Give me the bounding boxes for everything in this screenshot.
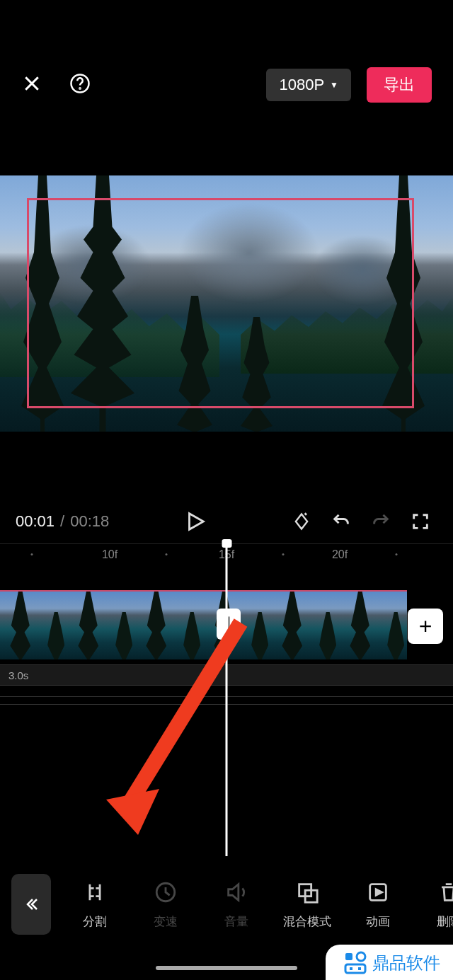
add-clip-button[interactable]: + [408, 609, 443, 644]
playhead[interactable] [226, 543, 228, 856]
redo-icon[interactable] [364, 505, 398, 538]
tool-label: 混合模式 [283, 913, 331, 930]
home-indicator [156, 966, 297, 970]
svg-rect-9 [345, 964, 365, 973]
tool-delete[interactable]: 删除 [413, 878, 453, 930]
tool-volume[interactable]: 音量 [201, 878, 272, 930]
dropdown-icon: ▼ [330, 80, 338, 90]
current-time: 00:01 [16, 512, 55, 531]
track-duration: 3.0s [8, 669, 28, 681]
undo-icon[interactable] [324, 505, 358, 538]
time-separator: / [60, 512, 64, 531]
svg-rect-7 [345, 953, 352, 960]
toolbar-back-button[interactable] [11, 874, 51, 935]
ruler-mark: 20f [332, 548, 348, 561]
ruler-mark: 10f [102, 548, 117, 561]
speed-icon [151, 878, 180, 906]
tool-label: 变速 [154, 913, 178, 930]
transition-button[interactable] [217, 609, 241, 640]
total-time: 00:18 [70, 512, 109, 531]
delete-icon [435, 878, 453, 906]
help-icon[interactable] [69, 73, 91, 97]
top-bar: 1080P ▼ 导出 [0, 67, 453, 103]
tool-speed[interactable]: 变速 [130, 878, 201, 930]
tool-label: 删除 [437, 913, 453, 930]
svg-rect-10 [350, 967, 352, 970]
tool-split[interactable]: 分割 [59, 878, 130, 930]
clip-track[interactable] [0, 590, 407, 659]
clip-thumbnail [136, 592, 204, 659]
svg-point-8 [357, 952, 365, 961]
keyframe-icon[interactable] [285, 505, 319, 538]
clip-thumbnail [340, 592, 407, 659]
tool-blend[interactable]: 混合模式 [272, 878, 343, 930]
video-preview[interactable] [0, 175, 453, 432]
tool-label: 分割 [83, 913, 107, 930]
anim-icon [364, 878, 392, 906]
blend-icon [293, 878, 321, 906]
volume-icon [222, 878, 251, 906]
fullscreen-icon[interactable] [403, 505, 437, 538]
tool-label: 音量 [224, 913, 248, 930]
svg-rect-11 [358, 967, 361, 970]
split-icon [81, 878, 109, 906]
clip-thumbnail [68, 592, 136, 659]
playback-bar: 00:01 / 00:18 [0, 504, 453, 539]
tool-label: 动画 [366, 913, 390, 930]
resolution-label: 1080P [279, 76, 324, 94]
bottom-toolbar: 分割变速音量混合模式动画删除 [0, 867, 453, 941]
export-button[interactable]: 导出 [367, 67, 432, 103]
watermark: 鼎品软件 [326, 945, 453, 980]
close-icon[interactable] [21, 73, 42, 97]
play-icon[interactable] [178, 505, 212, 538]
clip-thumbnail [0, 592, 68, 659]
svg-point-1 [79, 88, 80, 88]
watermark-text: 鼎品软件 [372, 952, 440, 974]
watermark-icon [343, 950, 368, 976]
clip-thumbnail [272, 592, 340, 659]
resolution-button[interactable]: 1080P ▼ [266, 69, 351, 101]
tool-anim[interactable]: 动画 [343, 878, 413, 930]
